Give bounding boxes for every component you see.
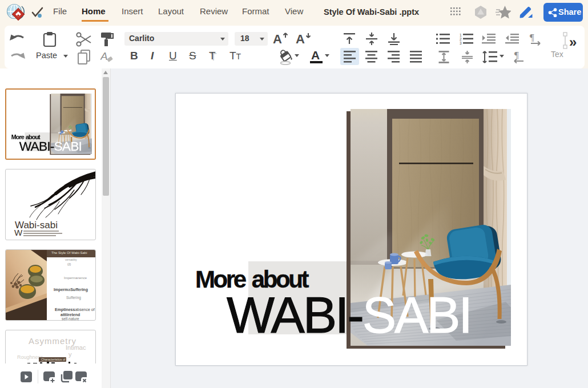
svg-text:¶: ¶ — [530, 32, 534, 43]
svg-text:3: 3 — [460, 41, 462, 45]
svg-text:A: A — [273, 32, 282, 46]
svg-text:¶: ¶ — [514, 50, 519, 60]
svg-text:1: 1 — [460, 33, 462, 37]
svg-text:A: A — [296, 32, 305, 46]
svg-text:A: A — [100, 50, 108, 62]
svg-text:2: 2 — [460, 37, 462, 41]
